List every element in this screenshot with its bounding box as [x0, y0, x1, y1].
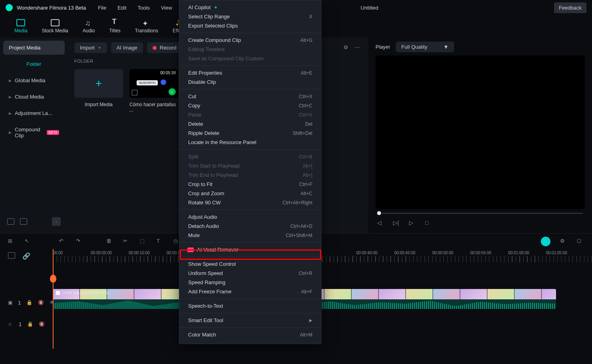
- ruler-timestamp: 00:00:50:00: [432, 251, 470, 255]
- context-menu-item-copy[interactable]: CopyCtrl+C: [179, 101, 321, 110]
- player-canvas[interactable]: [375, 55, 585, 209]
- import-media-tile[interactable]: + Import Media: [74, 69, 123, 113]
- context-menu-item-cut[interactable]: CutCtrl+X: [179, 92, 321, 101]
- audio-track-content[interactable]: [53, 315, 592, 333]
- context-menu-label: Adjust Audio: [188, 214, 217, 220]
- context-menu-item-disable-clip[interactable]: Disable Clip: [179, 77, 321, 87]
- split-button[interactable]: ✂: [123, 238, 130, 245]
- context-menu-item-crop-and-zoom[interactable]: Crop and ZoomAlt+C: [179, 189, 321, 198]
- sidebar-adjustment-layer[interactable]: ▶ Adjustment La...: [3, 106, 65, 120]
- lock-icon[interactable]: 🔒: [26, 300, 32, 305]
- sidebar-global-media[interactable]: ▶ Global Media: [3, 73, 65, 87]
- delete-button[interactable]: 🗑: [106, 238, 113, 245]
- library-sidebar: Project Media Folder ▶ Global Media ▶ Cl…: [0, 38, 68, 233]
- context-menu-label: Speed Ramping: [188, 279, 225, 285]
- text-button[interactable]: T: [157, 238, 164, 245]
- prev-frame-button[interactable]: ◁: [377, 220, 384, 227]
- tab-stock-media[interactable]: Stock Media: [42, 19, 68, 34]
- tab-audio-label: Audio: [83, 28, 95, 34]
- play-button[interactable]: ▷: [409, 220, 416, 227]
- playhead-handle-icon[interactable]: [50, 275, 56, 283]
- more-icon[interactable]: ⋯: [355, 44, 362, 51]
- context-menu-separator: [179, 65, 321, 66]
- context-menu-label: Detach Audio: [188, 223, 219, 229]
- menu-tools[interactable]: Tools: [138, 5, 150, 11]
- mute-icon[interactable]: 🔇: [39, 321, 45, 327]
- ruler-timestamp: 00:01:05:00: [546, 251, 584, 255]
- step-forward-button[interactable]: ▷|: [393, 220, 400, 227]
- context-menu-item-add-freeze-frame[interactable]: Add Freeze FrameAlt+F: [179, 287, 321, 296]
- context-menu-item-ai-vocal-remover[interactable]: AI Vocal Remover: [179, 245, 321, 254]
- context-menu-item-color-match[interactable]: Color MatchAlt+M: [179, 330, 321, 339]
- marker-icon[interactable]: ⬡: [577, 238, 584, 245]
- import-dropdown[interactable]: Import ▼: [74, 42, 107, 53]
- redo-button[interactable]: ↷: [76, 238, 83, 245]
- tab-transitions-label: Transitions: [135, 28, 158, 34]
- context-menu-item-rotate-90-cw[interactable]: Rotate 90 CWCtrl+Alt+Right: [179, 198, 321, 207]
- grid-icon[interactable]: ⊞: [8, 238, 15, 245]
- chevron-down-icon: ▼: [98, 46, 101, 50]
- context-menu-item-mute[interactable]: MuteCtrl+Shift+M: [179, 231, 321, 240]
- tab-titles[interactable]: Titles: [109, 19, 120, 34]
- playhead[interactable]: [53, 249, 54, 349]
- audio-track-number: 1: [19, 321, 22, 327]
- context-menu-item-delete[interactable]: DeleteDel: [179, 119, 321, 129]
- pointer-icon[interactable]: ↖: [25, 238, 32, 245]
- folder-add-icon[interactable]: [7, 218, 14, 225]
- folder-icon[interactable]: [20, 218, 27, 225]
- context-menu-item-select-clip-range[interactable]: Select Clip RangeX: [179, 12, 321, 21]
- context-menu-item-uniform-speed[interactable]: Uniform SpeedCtrl+R: [179, 269, 321, 278]
- sidebar-folder[interactable]: Folder: [3, 57, 65, 71]
- context-menu-item-ai-copilot[interactable]: AI Copilot✦: [179, 3, 321, 12]
- audio-track-icon[interactable]: ♫: [8, 321, 13, 327]
- context-menu-separator: [179, 149, 321, 150]
- media-clip-tile[interactable]: 00:05:38 SUSCRITO ✓ Cómo hacer pantallas…: [129, 69, 178, 113]
- video-track-icon[interactable]: ▣: [8, 300, 12, 305]
- collapse-sidebar-button[interactable]: ‹: [52, 217, 61, 226]
- track-options-icon[interactable]: [8, 252, 15, 259]
- context-menu-item-ripple-delete[interactable]: Ripple DeleteShift+Del: [179, 129, 321, 138]
- context-menu-item-crop-to-fit[interactable]: Crop to FitCtrl+F: [179, 180, 321, 189]
- document-title: Untitled: [361, 5, 378, 11]
- sidebar-compound-clip[interactable]: ▶ Compound Clip BETA: [3, 123, 65, 142]
- scrub-handle-icon[interactable]: [377, 211, 381, 215]
- link-icon[interactable]: 🔗: [22, 252, 30, 260]
- quality-dropdown[interactable]: Full Quality ▼: [396, 42, 454, 52]
- filter-icon[interactable]: ⚙: [344, 44, 351, 51]
- tab-transitions[interactable]: Transitions: [135, 19, 158, 34]
- stock-icon: [51, 19, 60, 26]
- menu-file[interactable]: File: [98, 5, 106, 11]
- context-menu-item-smart-edit-tool[interactable]: Smart Edit Tool▶: [179, 316, 321, 325]
- stop-button[interactable]: □: [425, 220, 432, 227]
- undo-button[interactable]: ↶: [59, 238, 66, 245]
- tab-media[interactable]: Media: [14, 19, 28, 34]
- ai-image-button[interactable]: AI Image: [111, 42, 143, 53]
- context-menu-item-detach-audio[interactable]: Detach AudioCtrl+Alt+D: [179, 222, 321, 231]
- video-track-content[interactable]: Cómo hacer pantallas fina...: [53, 294, 592, 311]
- sidebar-project-media[interactable]: Project Media: [3, 41, 65, 55]
- mute-icon[interactable]: 🔇: [38, 300, 44, 305]
- context-menu-shortcut: Ctrl+X: [299, 94, 312, 99]
- context-menu-item-edit-properties[interactable]: Edit PropertiesAlt+E: [179, 68, 321, 77]
- context-menu-item-export-selected-clips[interactable]: Export Selected Clips: [179, 21, 321, 30]
- settings-icon[interactable]: ⚙: [560, 238, 567, 245]
- lock-icon[interactable]: 🔒: [27, 321, 33, 327]
- menu-view[interactable]: View: [161, 5, 172, 11]
- context-menu-item-speech-to-text[interactable]: Speech-to-Text: [179, 301, 321, 311]
- chevron-down-icon: ▼: [443, 44, 449, 50]
- context-menu-item-show-speed-control[interactable]: Show Speed Control: [179, 259, 321, 269]
- feedback-button[interactable]: Feedback: [554, 2, 586, 13]
- context-menu-label: Editing Timeline: [188, 46, 225, 52]
- context-menu-item-locate-in-the-resource-panel[interactable]: Locate in the Resource Panel: [179, 138, 321, 147]
- player-scrubber[interactable]: [375, 209, 585, 217]
- menu-edit[interactable]: Edit: [117, 5, 126, 11]
- context-menu-item-adjust-audio[interactable]: Adjust Audio: [179, 212, 321, 222]
- crop-button[interactable]: ⬚: [140, 238, 147, 245]
- tab-audio[interactable]: Audio: [83, 19, 95, 34]
- context-menu-item-speed-ramping[interactable]: Speed Ramping: [179, 278, 321, 287]
- ai-assistant-icon[interactable]: [541, 237, 550, 246]
- context-menu-shortcut: Ctrl+R: [299, 271, 312, 276]
- sidebar-cloud-media[interactable]: ▶ Cloud Media: [3, 90, 65, 104]
- context-menu-item-create-compound-clip[interactable]: Create Compound ClipAlt+G: [179, 36, 321, 45]
- timeline-ruler[interactable]: 00:0000:00:05:0000:00:10:0000:00:15:0000…: [53, 249, 592, 266]
